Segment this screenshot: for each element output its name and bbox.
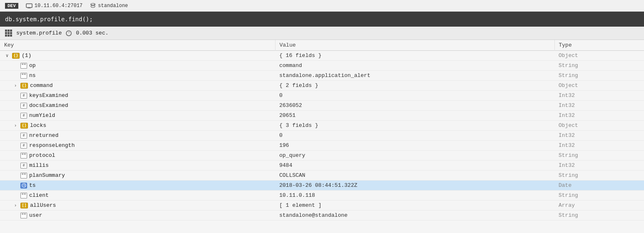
type-cell: String [554, 71, 644, 81]
field-icon-string: "" [20, 73, 27, 79]
table-row[interactable]: ›{}command{ 2 fields }Object [0, 81, 644, 91]
key-text: allUsers [30, 202, 56, 208]
value-cell: 0 [275, 91, 554, 101]
key-cell: ""user [0, 211, 275, 221]
mode-label: standalone [98, 3, 128, 9]
env-label: DEV [5, 3, 18, 9]
table-row[interactable]: ›[]allUsers[ 1 element ]Array [0, 201, 644, 211]
table-row[interactable]: ∨{}(1){ 16 fields }Object [0, 51, 644, 61]
database-icon [90, 3, 96, 9]
table-row[interactable]: #numYield20651Int32 [0, 111, 644, 121]
key-cell: #docsExamined [0, 101, 275, 111]
field-icon-string: "" [20, 153, 27, 159]
table-row[interactable]: ""nsstandalone.application_alertString [0, 71, 644, 81]
clock-icon [66, 30, 72, 36]
type-cell: Date [554, 181, 644, 191]
value-cell: 10.11.0.118 [275, 191, 554, 201]
svg-point-3 [91, 3, 95, 5]
value-cell: COLLSCAN [275, 171, 554, 181]
field-icon-int32: # [20, 163, 27, 169]
key-cell: ""protocol [0, 151, 275, 161]
value-cell: 20651 [275, 111, 554, 121]
type-cell: Object [554, 121, 644, 131]
mode-info: standalone [90, 3, 128, 9]
env-badge: DEV [5, 3, 18, 9]
table-row[interactable]: #millis9484Int32 [0, 161, 644, 171]
col-header-type: Type [554, 40, 644, 51]
field-icon-int32: # [20, 93, 27, 99]
field-icon-array: [] [20, 203, 28, 208]
result-meta-bar: system.profile 0.003 sec. [0, 27, 644, 40]
key-cell: #numYield [0, 111, 275, 121]
key-text: (1) [22, 52, 31, 59]
table-row[interactable]: ""planSummaryCOLLSCANString [0, 171, 644, 181]
field-icon-int32: # [20, 133, 27, 139]
field-icon-int32: # [20, 143, 27, 149]
table-header: Key Value Type [0, 40, 644, 51]
query-bar: db.system.profile.find(); [0, 12, 644, 27]
field-icon-string: "" [20, 173, 27, 178]
grid-icon [5, 30, 12, 37]
table-row[interactable]: ""protocolop_queryString [0, 151, 644, 161]
expand-btn[interactable]: › [13, 123, 18, 129]
key-cell: #responseLength [0, 141, 275, 151]
field-icon-object: {} [12, 53, 20, 59]
table-row[interactable]: #keysExamined0Int32 [0, 91, 644, 101]
expand-btn[interactable]: › [13, 83, 18, 89]
col-header-value: Value [275, 40, 554, 51]
field-icon-string: "" [20, 193, 27, 198]
type-cell: String [554, 191, 644, 201]
expand-btn[interactable]: › [13, 203, 18, 208]
key-cell: ›[]allUsers [0, 201, 275, 211]
type-cell: Int32 [554, 141, 644, 151]
key-text: keysExamined [29, 92, 68, 99]
value-cell: [ 1 element ] [275, 201, 554, 211]
key-cell: ""ns [0, 71, 275, 81]
svg-rect-0 [26, 4, 32, 7]
table-row[interactable]: ""client10.11.0.118String [0, 191, 644, 201]
key-text: user [29, 212, 42, 218]
value-cell: { 2 fields } [275, 81, 554, 91]
type-cell: Int32 [554, 101, 644, 111]
value-cell: 196 [275, 141, 554, 151]
table-row[interactable]: #responseLength196Int32 [0, 141, 644, 151]
key-text: responseLength [29, 142, 75, 149]
type-cell: Int32 [554, 161, 644, 171]
key-text: millis [29, 162, 49, 169]
value-cell: { 3 fields } [275, 121, 554, 131]
key-cell: ›{}locks [0, 121, 275, 131]
type-cell: String [554, 61, 644, 71]
type-cell: Int32 [554, 91, 644, 101]
collection-name: system.profile [16, 30, 62, 36]
table-row[interactable]: ""userstandalone@standaloneString [0, 211, 644, 221]
key-cell: #millis [0, 161, 275, 171]
query-text: db.system.profile.find(); [5, 16, 93, 22]
table-row[interactable]: #docsExamined2636052Int32 [0, 101, 644, 111]
field-icon-string: "" [20, 63, 27, 69]
key-text: protocol [29, 152, 55, 159]
data-table: Key Value Type ∨{}(1){ 16 fields }Object… [0, 40, 644, 221]
collapse-btn[interactable]: ∨ [4, 53, 10, 59]
top-bar: DEV 10.11.60.4:27017 standalone [0, 0, 644, 12]
type-cell: Int32 [554, 111, 644, 121]
field-icon-int32: # [20, 113, 27, 119]
table-row[interactable]: #nreturned0Int32 [0, 131, 644, 141]
key-text: nreturned [29, 132, 58, 139]
key-text: ts [29, 182, 36, 188]
value-cell: op_query [275, 151, 554, 161]
type-cell: String [554, 151, 644, 161]
value-cell: 2636052 [275, 101, 554, 111]
table-row[interactable]: ›{}locks{ 3 fields }Object [0, 121, 644, 131]
key-text: planSummary [29, 172, 65, 178]
key-cell: ts [0, 181, 275, 191]
table-body: ∨{}(1){ 16 fields }Object""opcommandStri… [0, 51, 644, 221]
query-time: 0.003 sec. [76, 30, 108, 36]
type-cell: String [554, 171, 644, 181]
table-row[interactable]: ts2018-03-26 08:44:51.322ZDate [0, 181, 644, 191]
key-text: command [30, 82, 53, 89]
key-cell: #nreturned [0, 131, 275, 141]
key-text: locks [30, 122, 46, 129]
key-cell: #keysExamined [0, 91, 275, 101]
type-cell: Int32 [554, 131, 644, 141]
table-row[interactable]: ""opcommandString [0, 61, 644, 71]
